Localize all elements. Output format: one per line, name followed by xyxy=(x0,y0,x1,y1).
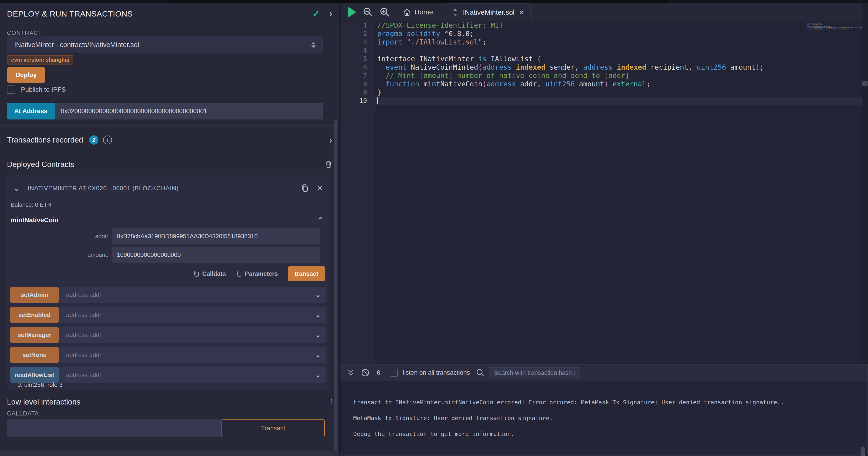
line-number: 3 xyxy=(340,38,375,46)
evm-version-badge: evm version: shanghai xyxy=(7,55,73,64)
chevron-down-icon[interactable]: ⌄ xyxy=(315,291,321,298)
calldata-input[interactable] xyxy=(7,420,221,437)
terminal-scrollbar-thumb[interactable] xyxy=(861,447,865,456)
terminal-search-input[interactable] xyxy=(489,367,580,378)
publish-ipfs-checkbox[interactable] xyxy=(7,85,16,94)
publish-ipfs-label: Publish to IPFS xyxy=(21,86,66,93)
pending-tx-count: 0 xyxy=(377,369,380,376)
tab-file-label: INativeMinter.sol xyxy=(463,8,515,16)
trash-icon[interactable] xyxy=(325,161,332,168)
contract-select-value: INativeMinter - contracts/INativeMinter.… xyxy=(14,41,311,49)
zoom-in-icon[interactable] xyxy=(379,7,390,17)
code-line-3: 3import "./IAllowList.sol"; xyxy=(340,38,862,46)
terminal-log-line: transact to INativeMinter.mintNativeCoin… xyxy=(353,399,784,406)
calldata-copy-label: Calldata xyxy=(202,270,226,277)
line-number: 2 xyxy=(340,30,375,38)
readAllowList-input[interactable] xyxy=(59,367,326,383)
divider xyxy=(10,394,323,394)
code-area[interactable]: 1//SPDX-License-Identifier: MIT2pragma s… xyxy=(340,21,862,364)
setManager-button[interactable]: setManager xyxy=(10,327,59,343)
method-row-setAdmin: setAdmin⌄ xyxy=(10,287,326,303)
panel-scrollbar[interactable] xyxy=(334,119,337,451)
parameters-copy[interactable]: Parameters xyxy=(236,270,278,277)
editor-minimap[interactable]: //SPDX-License-Identifier: MITpragma sol… xyxy=(807,22,862,33)
search-icon xyxy=(476,368,485,377)
editor-scrollbar-track[interactable] xyxy=(862,3,868,364)
calldata-copy[interactable]: Calldata xyxy=(193,270,226,277)
panel-title: DEPLOY & RUN TRANSACTIONS xyxy=(7,9,312,19)
editor-scrollbar-thumb[interactable] xyxy=(862,81,868,86)
code-editor: Home INativeMinter.sol ✕ 1//SPDX-License… xyxy=(340,3,868,364)
deploy-button[interactable]: Deploy xyxy=(7,67,45,83)
transactions-recorded-label: Transactions recorded xyxy=(7,136,83,144)
run-script-icon[interactable] xyxy=(348,7,356,17)
code-line-8: 8 function mintNativeCoin(address addr, … xyxy=(340,80,862,88)
contract-balance: Balance: 0 ETH xyxy=(11,201,52,208)
line-number: 10 xyxy=(340,97,375,105)
terminal-toolbar: 0 listen on all transactions xyxy=(340,364,868,381)
minimap-line xyxy=(807,32,862,33)
panel-collapse-icon[interactable]: › xyxy=(330,8,332,19)
at-address-button[interactable]: At Address xyxy=(7,103,55,119)
code-line-2: 2pragma solidity ^0.8.0; xyxy=(340,30,862,38)
read-allowlist-output: 0: uint256: role 3 xyxy=(18,381,63,389)
field-input-amount[interactable] xyxy=(112,247,320,263)
readAllowList-button[interactable]: readAllowList xyxy=(10,367,59,383)
tab-inativeminter[interactable]: INativeMinter.sol ✕ xyxy=(445,3,531,21)
deployed-contract-card: ⌄ INATIVEMINTER AT 0X020...00001 (BLOCKC… xyxy=(7,175,329,390)
close-tab-icon[interactable]: ✕ xyxy=(519,8,525,17)
window-top-strip xyxy=(0,0,868,3)
chevron-down-icon[interactable]: ⌄ xyxy=(315,311,321,319)
line-number: 8 xyxy=(340,80,375,88)
function-collapse-icon[interactable]: ⌃ xyxy=(317,216,323,224)
remove-contract-icon[interactable]: ✕ xyxy=(317,184,323,192)
zoom-out-icon[interactable] xyxy=(363,7,373,17)
tab-home[interactable]: Home xyxy=(397,3,439,21)
copy-icon[interactable] xyxy=(301,184,309,192)
editor-tabbar: Home INativeMinter.sol ✕ xyxy=(340,3,868,21)
panel-footer-strip xyxy=(0,451,339,456)
chevron-down-icon[interactable]: ⌄ xyxy=(315,371,321,379)
home-icon xyxy=(403,8,411,16)
code-line-7: 7 // Mint [amount] number of native coin… xyxy=(340,72,862,80)
current-line-highlight xyxy=(375,97,862,105)
code-line-10: 10 xyxy=(340,97,862,105)
function-field-row: amount: xyxy=(7,247,320,263)
terminal-log-line: MetaMask Tx Signature: User denied trans… xyxy=(353,415,553,422)
terminal-output[interactable]: > transact to INativeMinter.mintNativeCo… xyxy=(340,381,868,456)
contract-collapse-icon[interactable]: ⌄ xyxy=(13,184,19,192)
transactions-count-badge: 2 xyxy=(89,135,98,145)
chevron-down-icon[interactable]: ⌄ xyxy=(315,331,321,339)
setAdmin-input[interactable] xyxy=(59,287,326,303)
code-line-6: 6 event NativeCoinMinted(address indexed… xyxy=(340,63,862,72)
at-address-input[interactable] xyxy=(55,103,323,119)
line-number: 5 xyxy=(340,55,375,63)
setManager-input[interactable] xyxy=(59,327,326,343)
setAdmin-button[interactable]: setAdmin xyxy=(10,287,59,303)
field-label: amount: xyxy=(7,252,112,258)
setEnabled-button[interactable]: setEnabled xyxy=(10,307,59,323)
low-level-transact-button[interactable]: Transact xyxy=(221,420,324,437)
line-number: 6 xyxy=(340,63,375,72)
terminal-panel: 0 listen on all transactions > transact … xyxy=(340,364,868,456)
clear-console-icon[interactable] xyxy=(361,368,370,377)
compile-success-check-icon: ✓ xyxy=(312,9,320,19)
setNone-input[interactable] xyxy=(59,347,326,363)
info-icon[interactable]: i xyxy=(103,136,112,144)
expand-terminal-icon[interactable] xyxy=(346,368,355,377)
select-updown-icon xyxy=(311,42,315,48)
contract-select[interactable]: INativeMinter - contracts/INativeMinter.… xyxy=(7,36,323,53)
transactions-expand-icon[interactable]: › xyxy=(330,134,332,146)
chevron-down-icon[interactable]: ⌄ xyxy=(315,351,321,359)
deploy-run-panel: DEPLOY & RUN TRANSACTIONS ✓ › CONTRACT I… xyxy=(0,3,339,456)
terminal-log-line: Debug the transaction to get more inform… xyxy=(353,431,514,437)
listen-all-transactions-label: listen on all transactions xyxy=(403,369,470,376)
setNone-button[interactable]: setNone xyxy=(10,347,59,363)
listen-all-transactions-checkbox[interactable] xyxy=(390,369,398,377)
transact-button[interactable]: transact xyxy=(288,266,325,281)
setEnabled-input[interactable] xyxy=(59,307,326,323)
info-icon[interactable]: i xyxy=(330,398,332,405)
text-cursor xyxy=(377,97,378,104)
field-input-addr[interactable] xyxy=(112,228,320,244)
line-number: 4 xyxy=(340,46,375,55)
